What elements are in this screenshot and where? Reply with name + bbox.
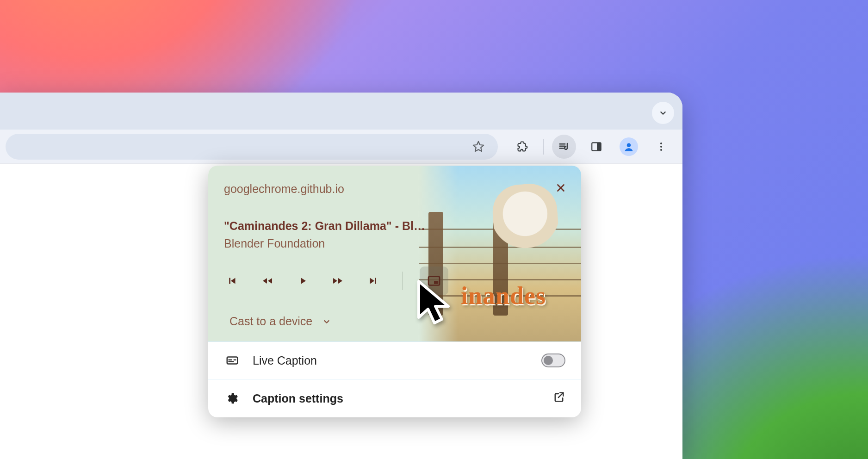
skip-next-icon — [367, 275, 379, 287]
live-caption-toggle[interactable] — [541, 354, 565, 367]
fast-forward-button[interactable] — [328, 271, 348, 291]
gear-icon — [224, 391, 241, 405]
pip-icon — [427, 273, 441, 288]
caption-settings-row[interactable]: Caption settings — [208, 379, 581, 417]
caption-settings-label: Caption settings — [253, 392, 552, 405]
media-control-button[interactable] — [552, 135, 576, 159]
toggle-knob — [544, 356, 553, 365]
overflow-menu-button[interactable] — [649, 135, 673, 159]
tab-search-chevron[interactable] — [652, 102, 674, 124]
chevron-down-icon — [322, 316, 332, 327]
open-external-icon — [552, 391, 565, 406]
bookmark-star-button[interactable] — [468, 136, 489, 157]
media-card: inandes googlechrome.github.io "Caminand… — [208, 166, 581, 341]
tab-strip — [0, 93, 682, 130]
live-caption-row: Live Caption — [208, 341, 581, 379]
play-icon — [297, 275, 308, 286]
artwork-logo-text: inandes — [461, 281, 546, 310]
captions-icon — [224, 354, 241, 367]
live-caption-label: Live Caption — [253, 354, 541, 367]
skip-previous-icon — [226, 275, 238, 287]
svg-point-5 — [660, 149, 662, 151]
side-panel-button[interactable] — [584, 135, 608, 159]
close-icon — [555, 182, 567, 194]
cast-label: Cast to a device — [229, 315, 312, 328]
svg-rect-1 — [597, 143, 601, 150]
rewind-icon — [260, 275, 274, 287]
play-button[interactable] — [292, 271, 313, 291]
media-control-popup: inandes googlechrome.github.io "Caminand… — [208, 166, 581, 417]
toolbar-actions — [498, 135, 677, 159]
media-controls-separator — [403, 272, 403, 290]
media-controls — [222, 267, 448, 295]
previous-track-button[interactable] — [222, 271, 242, 291]
close-media-button[interactable] — [551, 178, 571, 198]
side-panel-icon — [590, 141, 602, 153]
music-note-icon — [558, 140, 570, 153]
toolbar-divider — [543, 139, 544, 155]
svg-rect-8 — [227, 357, 238, 364]
profile-button[interactable] — [617, 135, 641, 159]
svg-point-4 — [660, 146, 662, 148]
svg-rect-7 — [434, 281, 438, 284]
svg-point-3 — [660, 143, 662, 144]
address-bar[interactable]: ession/video.html — [6, 134, 498, 160]
next-track-button[interactable] — [363, 271, 383, 291]
rewind-button[interactable] — [257, 271, 278, 291]
media-artist: Blender Foundation — [224, 237, 325, 250]
media-source-label: googlechrome.github.io — [224, 182, 344, 196]
star-icon — [471, 140, 485, 154]
browser-toolbar: ession/video.html — [0, 130, 682, 164]
three-dots-icon — [656, 141, 667, 152]
puzzle-icon — [516, 140, 529, 153]
media-title: "Caminandes 2: Gran Dillama" - Ble… — [224, 219, 428, 233]
avatar-icon — [620, 137, 638, 156]
chevron-down-icon — [658, 108, 668, 118]
svg-point-2 — [627, 143, 631, 147]
cast-to-device-button[interactable]: Cast to a device — [229, 315, 332, 328]
picture-in-picture-button[interactable] — [420, 267, 448, 295]
extensions-button[interactable] — [511, 135, 535, 159]
fast-forward-icon — [331, 275, 345, 287]
